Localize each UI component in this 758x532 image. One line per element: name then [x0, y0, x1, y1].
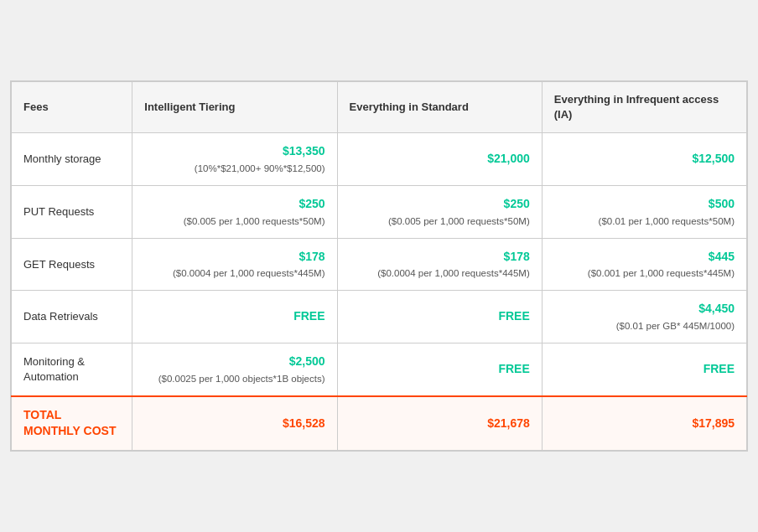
- cell-standard-1: $250($0.005 per 1,000 requests*50M): [337, 186, 542, 239]
- pricing-table: Fees Intelligent Tiering Everything in S…: [11, 81, 747, 451]
- cell-intelligent_tiering-3: FREE: [132, 291, 337, 343]
- table-row: Monitoring & Automation$2,500($0.0025 pe…: [12, 343, 747, 396]
- table-row: PUT Requests$250($0.005 per 1,000 reques…: [12, 186, 747, 239]
- cell-ia-2: $445($0.001 per 1,000 requests*445M): [542, 238, 746, 291]
- row-label-0: Monthly storage: [12, 133, 132, 186]
- row-label-2: GET Requests: [12, 238, 132, 291]
- cell-ia-4: FREE: [542, 343, 746, 396]
- row-label-1: PUT Requests: [12, 186, 132, 239]
- cell-intelligent_tiering-1: $250($0.005 per 1,000 requests*50M): [132, 186, 337, 239]
- total-row-label: TOTAL MONTHLY COST: [12, 396, 132, 451]
- total-row: TOTAL MONTHLY COST$16,528$21,678$17,895: [12, 396, 747, 451]
- cell-intelligent_tiering-0: $13,350(10%*$21,000+ 90%*$12,500): [132, 133, 337, 186]
- total-cell-standard: $21,678: [337, 396, 542, 451]
- table-row: Data RetrievalsFREEFREE$4,450($0.01 per …: [12, 291, 747, 343]
- header-intelligent-tiering: Intelligent Tiering: [132, 82, 337, 133]
- row-label-4: Monitoring & Automation: [12, 343, 132, 396]
- pricing-table-wrapper: Fees Intelligent Tiering Everything in S…: [10, 80, 748, 452]
- row-label-3: Data Retrievals: [12, 291, 132, 343]
- cell-ia-3: $4,450($0.01 per GB* 445M/1000): [542, 291, 746, 343]
- total-cell-ia: $17,895: [542, 396, 746, 451]
- cell-standard-3: FREE: [337, 291, 542, 343]
- table-row: Monthly storage$13,350(10%*$21,000+ 90%*…: [12, 133, 747, 186]
- cell-ia-0: $12,500: [542, 133, 746, 186]
- cell-standard-4: FREE: [337, 343, 542, 396]
- header-ia: Everything in Infrequent access (IA): [542, 82, 746, 133]
- total-cell-intelligent_tiering: $16,528: [132, 396, 337, 451]
- cell-ia-1: $500($0.01 per 1,000 requests*50M): [542, 186, 746, 239]
- cell-intelligent_tiering-4: $2,500($0.0025 per 1,000 objects*1B obje…: [132, 343, 337, 396]
- cell-intelligent_tiering-2: $178($0.0004 per 1,000 requests*445M): [132, 238, 337, 291]
- header-fees: Fees: [12, 82, 132, 133]
- cell-standard-0: $21,000: [337, 133, 542, 186]
- table-row: GET Requests$178($0.0004 per 1,000 reque…: [12, 238, 747, 291]
- cell-standard-2: $178($0.0004 per 1,000 requests*445M): [337, 238, 542, 291]
- header-standard: Everything in Standard: [337, 82, 542, 133]
